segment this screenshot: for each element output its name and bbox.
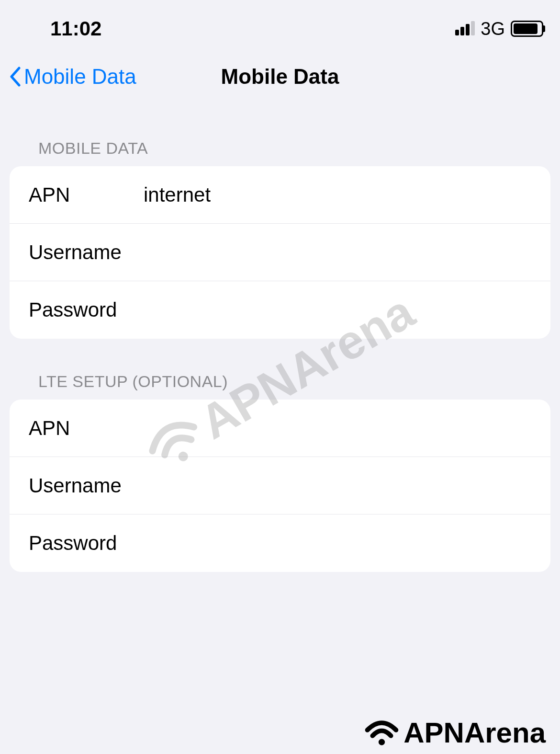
- section-group-lte-setup: APN Username Password: [10, 400, 550, 572]
- back-button[interactable]: Mobile Data: [10, 65, 136, 89]
- page-title: Mobile Data: [221, 65, 339, 89]
- lte-username-input[interactable]: [144, 474, 531, 497]
- row-label-lte-apn: APN: [29, 417, 144, 440]
- section-header-mobile-data: MOBILE DATA: [10, 105, 550, 166]
- row-apn[interactable]: APN: [10, 166, 550, 224]
- row-label-lte-username: Username: [29, 474, 144, 497]
- row-label-lte-password: Password: [29, 532, 144, 555]
- watermark-corner: APNArena: [364, 716, 546, 749]
- chevron-back-icon: [10, 67, 21, 87]
- row-label-username: Username: [29, 241, 144, 264]
- network-type: 3G: [481, 19, 505, 39]
- svg-point-1: [379, 739, 385, 745]
- back-label: Mobile Data: [24, 65, 136, 89]
- row-password[interactable]: Password: [10, 281, 550, 339]
- row-label-password: Password: [29, 298, 144, 321]
- row-label-apn: APN: [29, 183, 144, 206]
- signal-icon: [455, 22, 475, 35]
- lte-apn-input[interactable]: [144, 417, 531, 440]
- status-bar: 11:02 3G: [0, 0, 560, 53]
- section-header-lte-setup: LTE SETUP (OPTIONAL): [10, 339, 550, 400]
- username-input[interactable]: [144, 241, 531, 264]
- battery-icon: [511, 21, 543, 37]
- wifi-icon: [364, 719, 400, 747]
- watermark-corner-text: APNArena: [403, 716, 546, 749]
- status-time: 11:02: [50, 17, 101, 40]
- lte-password-input[interactable]: [144, 532, 531, 555]
- row-lte-username[interactable]: Username: [10, 457, 550, 514]
- row-lte-password[interactable]: Password: [10, 514, 550, 572]
- section-group-mobile-data: APN Username Password: [10, 166, 550, 339]
- apn-input[interactable]: [144, 183, 531, 206]
- nav-bar: Mobile Data Mobile Data: [0, 53, 560, 105]
- password-input[interactable]: [144, 298, 531, 321]
- row-username[interactable]: Username: [10, 224, 550, 281]
- row-lte-apn[interactable]: APN: [10, 400, 550, 457]
- status-indicators: 3G: [455, 19, 543, 39]
